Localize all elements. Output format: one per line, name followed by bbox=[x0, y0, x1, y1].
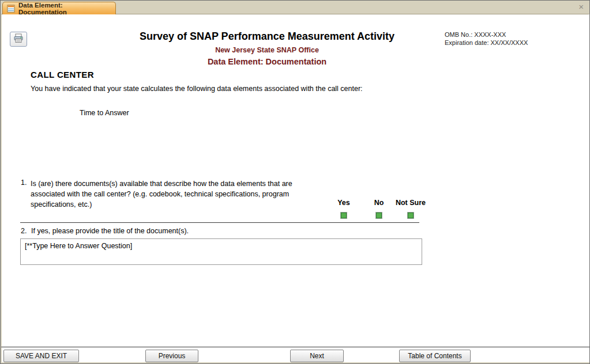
print-button[interactable] bbox=[10, 32, 27, 47]
form-icon bbox=[7, 5, 15, 13]
form-header: Survey of SNAP Performance Measurement A… bbox=[71, 31, 463, 66]
omb-block: OMB No.: XXXX-XXX Expiration date: XX/XX… bbox=[445, 31, 528, 47]
table-of-contents-button[interactable]: Table of Contents bbox=[399, 350, 471, 362]
option-yes: Yes bbox=[328, 199, 359, 221]
option-no: No bbox=[364, 199, 393, 221]
page-title: Data Element: Documentation bbox=[71, 57, 463, 66]
option-not-sure-label: Not Sure bbox=[392, 199, 430, 207]
question1-text: Is (are) there documents(s) available th… bbox=[31, 179, 298, 210]
option-not-sure: Not Sure bbox=[392, 199, 430, 221]
yes-checkbox[interactable] bbox=[340, 212, 347, 219]
printer-icon bbox=[13, 33, 24, 45]
omb-expiration: Expiration date: XX/XX/XXXX bbox=[445, 39, 528, 47]
omb-number: OMB No.: XXXX-XXX bbox=[445, 31, 528, 39]
close-icon[interactable]: × bbox=[578, 2, 584, 11]
not-sure-checkbox[interactable] bbox=[407, 212, 414, 219]
save-and-exit-button[interactable]: SAVE AND EXIT bbox=[3, 350, 79, 362]
survey-title: Survey of SNAP Performance Measurement A… bbox=[71, 31, 463, 43]
question2-text: If yes, please provide the title of the … bbox=[31, 227, 189, 235]
previous-button[interactable]: Previous bbox=[145, 350, 198, 362]
question1-divider bbox=[20, 222, 419, 223]
state-office-subtitle: New Jersey State SNAP Office bbox=[71, 46, 463, 54]
document-title-input[interactable]: [**Type Here to Answer Question] bbox=[20, 238, 422, 265]
form-surface: Survey of SNAP Performance Measurement A… bbox=[2, 14, 589, 362]
footer-divider bbox=[1, 347, 590, 347]
intro-text: You have indicated that your state calcu… bbox=[31, 85, 363, 93]
access-window: Data Element: Documentation × Survey of … bbox=[0, 0, 590, 364]
tab-data-element-documentation[interactable]: Data Element: Documentation bbox=[2, 2, 116, 14]
question2-number: 2. bbox=[21, 227, 27, 235]
section-heading: CALL CENTER bbox=[31, 70, 94, 79]
tab-title: Data Element: Documentation bbox=[18, 2, 111, 16]
next-button[interactable]: Next bbox=[290, 350, 344, 362]
no-checkbox[interactable] bbox=[375, 212, 382, 219]
option-yes-label: Yes bbox=[328, 199, 359, 207]
option-no-label: No bbox=[364, 199, 393, 207]
question1-number: 1. bbox=[21, 179, 27, 187]
data-element-item: Time to Answer bbox=[80, 109, 129, 117]
document-tab-bar: Data Element: Documentation × bbox=[1, 1, 589, 14]
